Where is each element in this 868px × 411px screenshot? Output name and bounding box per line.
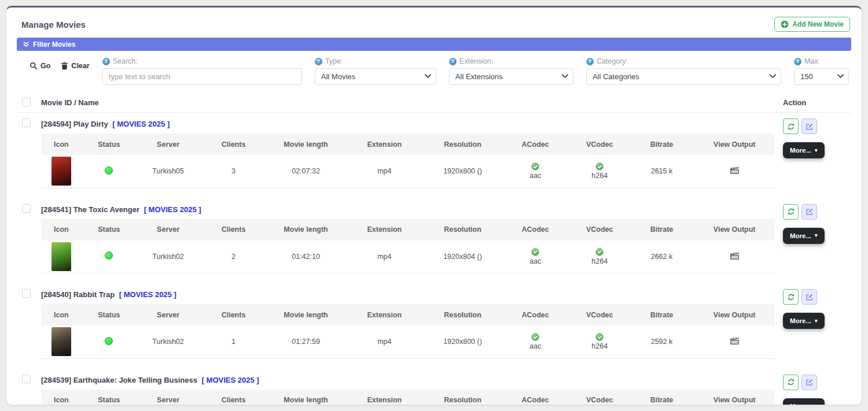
manage-movies-card: Manage Movies Add New Movie Filter Movie…: [6, 6, 862, 405]
clear-button[interactable]: Clear: [61, 62, 89, 70]
search-field-group: ? Search:: [102, 57, 302, 85]
view-output-cell: [694, 325, 775, 358]
edit-pencil-icon: [806, 208, 814, 216]
col-icon: Icon: [41, 304, 82, 325]
type-field-group: ? Type: All Movies: [315, 57, 436, 85]
refresh-button[interactable]: [783, 204, 799, 220]
row-checkbox[interactable]: [22, 289, 31, 298]
acodec-value: aac: [529, 257, 541, 265]
category-select[interactable]: All Categories: [586, 68, 781, 85]
row-checkbox[interactable]: [22, 375, 31, 383]
vcodec-cell: h264: [570, 325, 630, 358]
help-icon[interactable]: ?: [315, 58, 322, 65]
clapperboard-icon: [730, 166, 740, 175]
col-extension: Extension: [344, 134, 424, 155]
more-label: More...: [790, 232, 811, 239]
col-acodec: ACodec: [501, 390, 570, 406]
view-output-button[interactable]: [730, 166, 740, 176]
edit-button[interactable]: [801, 119, 817, 134]
more-label: More...: [790, 147, 811, 154]
more-label: More...: [790, 317, 811, 324]
row-check-col: [17, 289, 41, 359]
movie-details-table: Icon Status Server Clients Movie length …: [41, 219, 775, 274]
page-title: Manage Movies: [21, 20, 86, 29]
help-icon[interactable]: ?: [102, 58, 110, 65]
more-button[interactable]: More... ▾: [783, 228, 825, 244]
col-clients: Clients: [200, 134, 267, 155]
help-icon[interactable]: ?: [794, 58, 801, 65]
clear-label: Clear: [71, 62, 89, 70]
vcodec-cell: h264: [570, 155, 630, 188]
movie-category-link[interactable]: [ MOVIES 2025 ]: [202, 376, 259, 384]
view-output-button[interactable]: [730, 336, 740, 347]
max-label: Max:: [804, 57, 820, 65]
vcodec-value: h264: [591, 342, 608, 350]
col-acodec: ACodec: [501, 219, 570, 240]
row-main-col: [284541] The Toxic Avenger [ MOVIES 2025…: [41, 204, 775, 274]
movie-row: [284594] Play Dirty [ MOVIES 2025 ] Icon…: [17, 119, 851, 188]
movie-title-row: [284539] Earthquake: Joke Telling Busine…: [41, 375, 775, 390]
action-header: Action: [775, 98, 851, 107]
add-new-movie-label: Add New Movie: [792, 20, 844, 28]
add-new-movie-button[interactable]: Add New Movie: [774, 17, 850, 32]
movie-id-name: [284540] Rabbit Trap: [41, 290, 115, 299]
movie-details-table: Icon Status Server Clients Movie length …: [41, 134, 775, 188]
bitrate-cell: 2662 k: [630, 240, 694, 273]
movie-details-row: Turkish05 3 02:07:32 mp4 1920x800 () aac: [41, 155, 775, 188]
movie-category-link[interactable]: [ MOVIES 2025 ]: [112, 120, 170, 128]
vcodec-cell: h264: [570, 240, 630, 273]
movie-category-link[interactable]: [ MOVIES 2025 ]: [144, 205, 201, 214]
more-button[interactable]: More... ▾: [783, 142, 825, 158]
edit-button[interactable]: [801, 204, 817, 220]
col-icon: Icon: [41, 219, 82, 240]
refresh-icon: [787, 208, 795, 216]
search-input[interactable]: [102, 68, 302, 85]
extension-select[interactable]: All Extensions: [449, 68, 573, 85]
help-icon[interactable]: ?: [586, 58, 594, 65]
view-output-button[interactable]: [730, 251, 740, 262]
type-select[interactable]: All Movies: [315, 68, 436, 85]
check-circle-icon: [531, 162, 539, 171]
caret-down-icon: ▾: [815, 148, 818, 153]
edit-pencil-icon: [806, 378, 814, 386]
row-action-col: More... ▾: [775, 289, 851, 359]
extension-label-row: ? Extension:: [449, 57, 573, 65]
movie-category-link[interactable]: [ MOVIES 2025 ]: [119, 290, 176, 299]
max-select[interactable]: 150: [794, 68, 849, 85]
max-label-row: ? Max:: [794, 57, 849, 65]
col-server: Server: [137, 390, 200, 406]
edit-button[interactable]: [801, 375, 817, 390]
refresh-button[interactable]: [783, 119, 799, 134]
caret-down-icon: ▾: [815, 319, 818, 324]
more-label: More...: [790, 403, 811, 406]
help-icon[interactable]: ?: [449, 58, 457, 65]
type-label: Type:: [325, 57, 343, 65]
filter-movies-bar[interactable]: Filter Movies: [17, 38, 851, 51]
go-button[interactable]: Go: [30, 62, 50, 70]
refresh-button[interactable]: [783, 289, 799, 305]
more-button[interactable]: More... ▾: [783, 398, 825, 406]
select-all-checkbox[interactable]: [22, 98, 31, 106]
col-view-output: View Output: [694, 134, 775, 155]
row-checkbox[interactable]: [22, 119, 31, 127]
movie-row: [284539] Earthquake: Joke Telling Busine…: [17, 375, 851, 406]
col-icon: Icon: [41, 134, 82, 155]
movie-details-row: Turkish02 1 01:27:59 mp4 1920x800 () aac: [41, 325, 775, 358]
col-movie-length: Movie length: [267, 219, 344, 240]
movie-id-name-header: Movie ID / Name: [41, 98, 775, 107]
col-extension: Extension: [344, 304, 424, 325]
refresh-button[interactable]: [783, 375, 799, 390]
edit-pencil-icon: [806, 123, 814, 131]
col-movie-length: Movie length: [267, 304, 344, 325]
more-button[interactable]: More... ▾: [783, 313, 825, 329]
movie-title-row: [284541] The Toxic Avenger [ MOVIES 2025…: [41, 204, 775, 219]
vcodec-value: h264: [591, 172, 608, 180]
col-server: Server: [137, 219, 200, 240]
col-bitrate: Bitrate: [630, 219, 694, 240]
row-checkbox[interactable]: [22, 204, 31, 213]
category-label: Category:: [597, 57, 628, 65]
col-bitrate: Bitrate: [630, 390, 694, 406]
edit-button[interactable]: [801, 289, 817, 305]
col-status: Status: [82, 134, 137, 155]
go-clear-group: Go Clear: [30, 57, 90, 70]
